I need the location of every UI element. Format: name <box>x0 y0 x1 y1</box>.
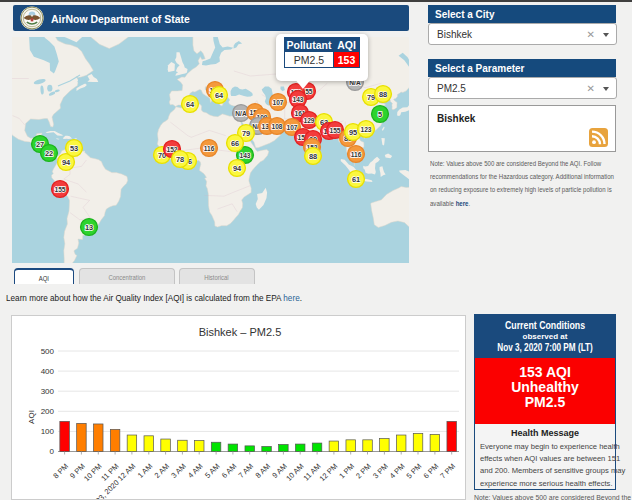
svg-text:143: 143 <box>292 96 303 103</box>
svg-text:64: 64 <box>186 100 195 109</box>
svg-text:5 AM: 5 AM <box>203 462 221 480</box>
svg-text:143: 143 <box>239 152 250 159</box>
svg-text:95: 95 <box>349 128 357 137</box>
svg-text:22: 22 <box>45 149 53 158</box>
svg-text:400: 400 <box>41 367 55 376</box>
svg-text:4 PM: 4 PM <box>388 462 407 481</box>
svg-text:200: 200 <box>41 407 55 416</box>
svg-text:66: 66 <box>231 139 239 148</box>
svg-text:3 AM: 3 AM <box>169 462 187 480</box>
svg-text:64: 64 <box>215 91 224 100</box>
svg-text:78: 78 <box>176 155 184 164</box>
svg-text:129: 129 <box>303 117 314 124</box>
svg-text:N/A: N/A <box>235 110 247 117</box>
svg-text:13: 13 <box>85 223 93 232</box>
svg-text:116: 116 <box>351 151 362 158</box>
svg-text:53: 53 <box>70 144 78 153</box>
svg-text:94: 94 <box>233 164 242 173</box>
svg-text:7 PM: 7 PM <box>438 462 457 481</box>
svg-text:2 PM: 2 PM <box>354 462 373 481</box>
svg-text:5: 5 <box>378 110 382 119</box>
svg-text:155: 155 <box>54 186 65 193</box>
svg-text:88: 88 <box>309 152 317 161</box>
svg-text:10 AM: 10 AM <box>284 462 305 483</box>
svg-text:94: 94 <box>62 158 71 167</box>
svg-text:107: 107 <box>286 124 297 131</box>
svg-text:10 PM: 10 PM <box>82 462 104 484</box>
svg-text:Bishkek – PM2.5: Bishkek – PM2.5 <box>199 326 282 338</box>
svg-text:88: 88 <box>379 90 387 99</box>
svg-text:0: 0 <box>50 447 55 456</box>
svg-text:500: 500 <box>41 347 55 356</box>
svg-text:155: 155 <box>329 127 340 134</box>
svg-text:1 PM: 1 PM <box>337 462 356 481</box>
svg-text:2 AM: 2 AM <box>153 462 171 480</box>
svg-text:4 AM: 4 AM <box>186 462 204 480</box>
svg-text:123: 123 <box>360 126 371 133</box>
svg-text:108: 108 <box>271 123 282 130</box>
svg-text:116: 116 <box>204 145 215 152</box>
svg-text:79: 79 <box>242 129 250 138</box>
svg-text:7 AM: 7 AM <box>237 462 255 480</box>
svg-text:6 PM: 6 PM <box>422 462 441 481</box>
svg-text:107: 107 <box>272 99 283 106</box>
svg-text:61: 61 <box>352 175 360 184</box>
svg-text:6 AM: 6 AM <box>220 462 238 480</box>
svg-text:300: 300 <box>41 387 55 396</box>
svg-text:8 PM: 8 PM <box>51 462 70 481</box>
svg-text:79: 79 <box>367 93 375 102</box>
svg-text:1 AM: 1 AM <box>136 462 154 480</box>
svg-text:8 AM: 8 AM <box>254 462 272 480</box>
svg-text:5 PM: 5 PM <box>405 462 424 481</box>
svg-text:100: 100 <box>41 427 55 436</box>
svg-text:3 PM: 3 PM <box>371 462 390 481</box>
svg-text:AQI: AQI <box>27 410 36 424</box>
svg-text:12 PM: 12 PM <box>318 462 340 484</box>
